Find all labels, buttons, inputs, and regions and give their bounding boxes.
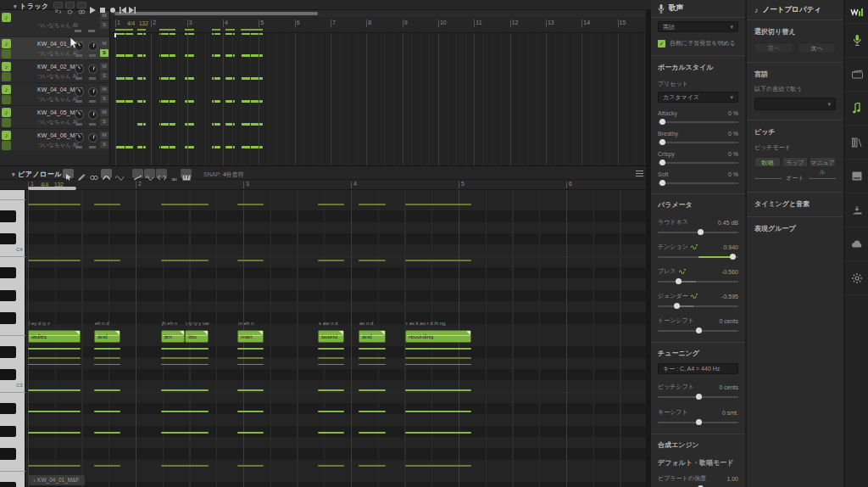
glue-tool[interactable] [88, 169, 99, 178]
pitch-mode-button[interactable]: マニュアル [810, 157, 836, 167]
note-phonemes[interactable]: t iy iy y uw [186, 321, 209, 326]
overdub-toggle[interactable] [77, 2, 86, 8]
slider-track[interactable] [658, 394, 738, 400]
note[interactable]: sound [318, 330, 344, 343]
slider-thumb[interactable] [676, 278, 682, 284]
env-wave-tool[interactable] [144, 169, 155, 178]
slider-thumb[interactable] [696, 394, 702, 400]
loop-toggle[interactable] [65, 2, 75, 8]
piano-roll-menu-icon[interactable] [636, 171, 643, 176]
group-tab[interactable]: ♪ KW_04_01_M&F [28, 475, 85, 485]
pointer-tool[interactable] [63, 169, 74, 178]
pitch-mode-active[interactable]: 歌唱 [754, 157, 781, 167]
piano-roll-hscrollbar-thumb[interactable] [28, 187, 76, 190]
slider-track[interactable] [658, 327, 738, 333]
black-key[interactable] [0, 233, 16, 244]
piano-roll-ruler[interactable]: 1234564/4132 [0, 180, 646, 190]
slider-track[interactable] [658, 229, 738, 235]
pan-knob[interactable] [87, 132, 97, 143]
note-corner-handle[interactable] [259, 331, 263, 335]
black-key[interactable] [0, 210, 16, 221]
black-key[interactable] [0, 482, 16, 487]
note[interactable]: recording [405, 330, 471, 343]
auto-scroll-toggle[interactable] [53, 2, 63, 8]
arrangement-hscrollbar-thumb[interactable] [114, 12, 318, 15]
solo-button[interactable]: S [100, 95, 108, 103]
library-icon[interactable] [845, 126, 868, 160]
weaken-consonant-checkbox[interactable]: ✓自然に子音発音を弱める [658, 39, 738, 48]
clip-properties-icon[interactable] [845, 58, 868, 92]
black-key[interactable] [0, 426, 16, 437]
slider-track[interactable] [658, 139, 738, 145]
slider-thumb[interactable] [659, 160, 665, 165]
track-row[interactable]: ♪KW_04_05_M&Fついなちゃん AIMS [0, 105, 110, 128]
note[interactable]: ladies [28, 330, 81, 343]
go-to-end-button[interactable] [129, 2, 136, 17]
slider-track[interactable] [658, 254, 738, 260]
slider-thumb[interactable] [659, 180, 665, 186]
mute-button[interactable]: M [100, 40, 108, 48]
slider-thumb[interactable] [730, 254, 736, 260]
solo-button[interactable]: S [100, 49, 108, 57]
black-key[interactable] [0, 448, 16, 459]
pan-knob[interactable] [87, 87, 97, 97]
note-phonemes[interactable]: eh n d [95, 321, 109, 326]
mute-button[interactable]: M [100, 109, 108, 116]
piano-roll-grid[interactable]: ladiesl ey d iy zandeh n djenjh eh nteut… [25, 190, 646, 487]
note[interactable]: teu [185, 330, 209, 343]
pitch-pen-tool[interactable] [101, 169, 112, 178]
cloud-icon[interactable] [845, 227, 868, 261]
note[interactable]: jen [161, 330, 185, 343]
settings-gear-icon[interactable] [845, 261, 868, 295]
black-key[interactable] [0, 290, 16, 301]
note-language-select[interactable]: ▾ [754, 98, 836, 110]
pencil-tool[interactable] [76, 169, 87, 178]
timing-section-title[interactable]: タイミングと音素 [754, 199, 836, 209]
record-button[interactable] [109, 2, 116, 17]
slider-track[interactable] [658, 180, 738, 186]
black-key[interactable] [0, 403, 16, 414]
note-corner-handle[interactable] [180, 331, 184, 335]
play-button[interactable] [90, 2, 96, 17]
next-note-button[interactable]: 次へ [798, 42, 837, 53]
black-key[interactable] [0, 312, 16, 323]
note[interactable]: and [359, 330, 386, 343]
black-key[interactable] [0, 346, 16, 357]
note-corner-handle[interactable] [466, 331, 470, 335]
slider-thumb[interactable] [698, 229, 704, 235]
note-corner-handle[interactable] [381, 331, 385, 335]
slider-thumb[interactable] [674, 303, 680, 309]
track-row[interactable]: ♪KW_04_04_M&Fついなちゃん AIMS [0, 82, 110, 105]
piano-keyboard[interactable]: C3C4 [0, 190, 25, 487]
arrangement-view[interactable]: 1234567891011121314154/4132 [110, 10, 646, 165]
slider-thumb[interactable] [696, 419, 702, 425]
pitch-freehand-tool[interactable] [114, 169, 125, 178]
note-phonemes[interactable]: r ax k ao r d ih ng [406, 321, 445, 326]
note-phonemes[interactable]: m eh n [238, 321, 253, 326]
note-corner-handle[interactable] [339, 331, 343, 335]
note[interactable]: man [237, 330, 264, 343]
slider-track[interactable] [658, 278, 738, 284]
note-phonemes[interactable]: jh eh n [162, 321, 177, 326]
snap-setting[interactable]: SNAP: 4分音符 [203, 171, 244, 179]
pan-knob[interactable] [87, 109, 97, 120]
slider-track[interactable] [658, 303, 738, 309]
preset-select[interactable]: カスタマイズ▾ [658, 92, 738, 103]
black-key[interactable] [0, 369, 16, 380]
black-key[interactable] [0, 267, 16, 278]
note-phonemes[interactable]: s aw n d [319, 321, 337, 326]
pan-knob[interactable] [87, 64, 97, 74]
slider-track[interactable] [658, 419, 738, 425]
go-to-start-button[interactable] [120, 2, 126, 17]
mute-button[interactable]: M [100, 86, 108, 93]
arrangement-hscrollbar[interactable] [110, 10, 646, 17]
voice-language-select[interactable]: 英語▾ [658, 21, 738, 32]
note-corner-handle[interactable] [75, 331, 80, 335]
env-arrows-tool[interactable] [156, 169, 167, 178]
note-properties-icon[interactable] [845, 92, 868, 126]
solo-button[interactable]: S [100, 118, 108, 126]
solo-button[interactable]: S [100, 21, 108, 29]
arrangement-grid[interactable] [110, 33, 646, 165]
voice-panel-icon[interactable] [845, 24, 868, 58]
mute-button[interactable]: M [100, 132, 108, 139]
